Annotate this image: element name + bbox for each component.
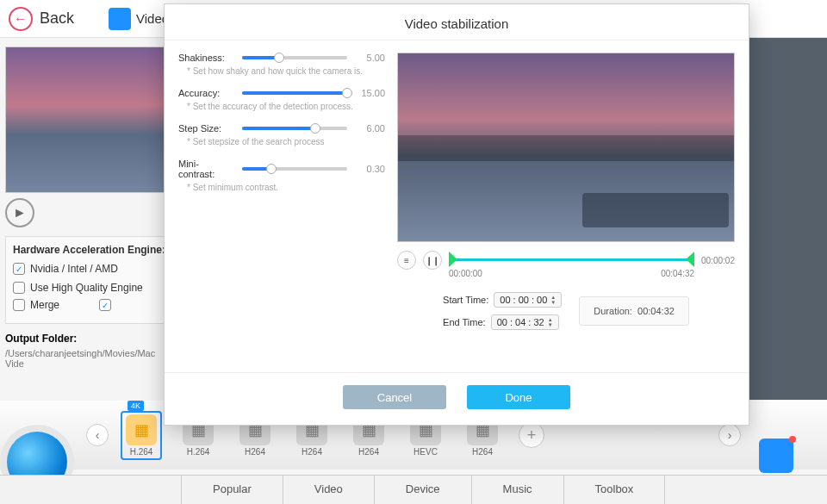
duration-label: Duration: (594, 306, 632, 316)
slider-shakiness: Shakiness: 5.00 * Set how shaky and how … (178, 53, 385, 76)
tab-music[interactable]: Music (472, 476, 564, 504)
done-button[interactable]: Done (467, 385, 570, 409)
badge-4k: 4K (127, 401, 144, 411)
preview-boats (582, 193, 729, 227)
dialog-footer: Cancel Done (165, 372, 749, 425)
label-hq: Use High Quality Engine (30, 282, 143, 294)
format-label: HEVC (414, 447, 438, 457)
slider-accuracy: Accuracy: 15.00 * Set the accuracy of th… (178, 88, 385, 111)
end-time-label: End Time: (443, 317, 486, 327)
slider-value: 5.00 (354, 53, 385, 63)
slider-hint: * Set stepsize of the search process (187, 137, 385, 146)
preview-skyline (398, 135, 734, 161)
format-label: H264 (358, 447, 379, 457)
format-label: H.264 (130, 447, 153, 457)
timeline-pause-button[interactable]: ❙❙ (423, 251, 442, 270)
slider-label: Shakiness: (178, 53, 235, 63)
end-time-value: 00 : 04 : 32 (497, 317, 544, 327)
tab-video[interactable]: Video (109, 8, 169, 30)
slider-panel: Shakiness: 5.00 * Set how shaky and how … (178, 53, 385, 360)
slider-track[interactable] (242, 56, 347, 59)
slider-hint: * Set the accuracy of the detection proc… (187, 102, 385, 111)
spinner-icon[interactable]: ▲▼ (548, 317, 553, 327)
video-icon (109, 8, 131, 30)
checkbox-gpu[interactable]: ✓ (13, 263, 25, 275)
target-format-icon (759, 439, 793, 473)
tab-toolbox[interactable]: Toolbox (564, 476, 666, 504)
time-inputs: Start Time: 00 : 00 : 00▲▼ End Time: 00 … (397, 292, 735, 330)
timeline-current: 00:00:02 (701, 256, 735, 265)
dialog-title: Video stabilization (165, 4, 749, 40)
end-time-input[interactable]: 00 : 04 : 32▲▼ (491, 314, 559, 330)
slider-track[interactable] (242, 91, 347, 95)
label-gpu: Nvidia / Intel / AMD (30, 263, 118, 275)
slider-hint: * Set minimum contrast. (187, 183, 385, 192)
tab-popular[interactable]: Popular (181, 476, 283, 504)
slider-value: 6.00 (354, 123, 385, 134)
preview-column: ≡ ❙❙ 00:00:00 00:04:32 00:00:02 Start Ti… (397, 53, 735, 360)
slider-minicontrast: Mini-contrast: 0.30 * Set minimum contra… (178, 159, 385, 192)
format-prev[interactable]: ‹ (86, 424, 109, 446)
checkbox-extra[interactable]: ✓ (99, 299, 111, 311)
slider-track[interactable] (242, 127, 347, 130)
slider-label: Step Size: (178, 123, 235, 134)
format-label: H264 (302, 447, 322, 457)
slider-track[interactable] (242, 167, 347, 171)
timeline-track[interactable]: 00:00:00 00:04:32 (449, 252, 694, 269)
play-button[interactable]: ► (5, 198, 34, 227)
video-preview[interactable] (397, 53, 735, 242)
timeline-list-icon[interactable]: ≡ (397, 251, 416, 270)
back-label: Back (40, 9, 74, 28)
slider-label: Accuracy: (178, 88, 235, 98)
timeline-end-label: 00:04:32 (661, 269, 694, 278)
timeline-start-label: 00:00:00 (449, 269, 482, 278)
trim-end-handle[interactable] (686, 252, 694, 267)
video-stabilization-dialog: Video stabilization Shakiness: 5.00 * Se… (164, 3, 749, 426)
format-label: H264 (472, 447, 493, 457)
tab-device[interactable]: Device (375, 476, 472, 504)
output-label: Output Folder: (5, 333, 77, 345)
slider-label: Mini-contrast: (178, 159, 235, 179)
start-time-value: 00 : 00 : 00 (500, 295, 547, 305)
duration-value: 00:04:32 (637, 306, 675, 316)
spinner-icon[interactable]: ▲▼ (550, 295, 556, 305)
format-icon: ▦ (126, 414, 157, 445)
format-item-selected[interactable]: 4K ▦ H.264 (121, 411, 162, 460)
slider-hint: * Set how shaky and how quick the camera… (187, 66, 385, 76)
back-arrow-icon: ← (9, 7, 33, 31)
cancel-button[interactable]: Cancel (343, 385, 446, 409)
slider-value: 15.00 (354, 88, 385, 98)
add-format-button[interactable]: + (519, 422, 544, 448)
duration-box: Duration: 00:04:32 (579, 296, 689, 326)
format-label: H.264 (187, 447, 210, 457)
back-button[interactable]: ← Back (9, 7, 74, 31)
slider-stepsize: Step Size: 6.00 * Set stepsize of the se… (178, 123, 385, 146)
checkbox-hq[interactable] (13, 282, 25, 294)
start-time-label: Start Time: (443, 295, 488, 305)
label-merge: Merge (30, 299, 59, 311)
slider-value: 0.30 (354, 164, 385, 174)
format-label: H264 (245, 447, 265, 457)
trim-start-handle[interactable] (449, 252, 457, 267)
right-dark-panel (749, 38, 827, 400)
checkbox-merge[interactable] (13, 299, 25, 311)
category-tabs: Popular Video Device Music Toolbox (0, 475, 827, 504)
tab-video-cat[interactable]: Video (283, 476, 375, 504)
timeline: ≡ ❙❙ 00:00:00 00:04:32 00:00:02 (397, 251, 735, 270)
start-time-input[interactable]: 00 : 00 : 00▲▼ (494, 292, 562, 308)
